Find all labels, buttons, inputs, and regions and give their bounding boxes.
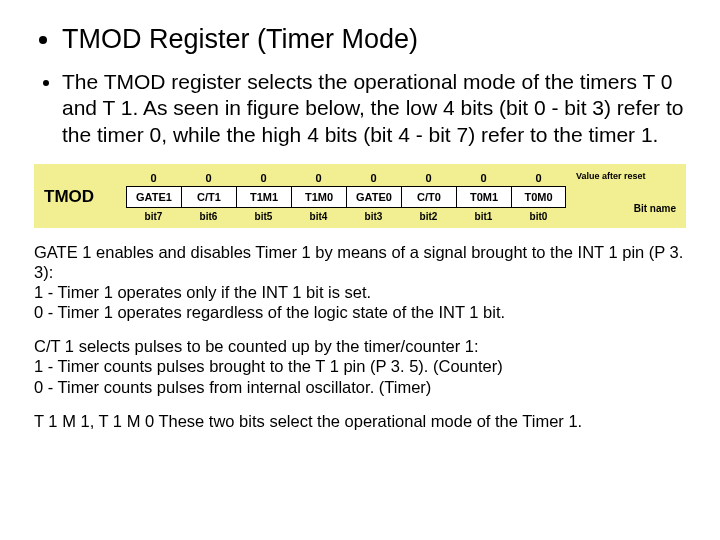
bit-ct0: C/T0	[401, 186, 456, 208]
reset-label: Value after reset	[576, 172, 646, 182]
t1m-note: T 1 M 1, T 1 M 0 These two bits select t…	[34, 411, 686, 431]
reset-val: 0	[291, 170, 346, 186]
bullet-list: TMOD Register (Timer Mode) The TMOD regi…	[34, 24, 686, 148]
bitname-label: Bit name	[634, 203, 676, 214]
bit-idx: bit0	[511, 208, 566, 222]
bit-idx: bit2	[401, 208, 456, 222]
reset-val: 0	[346, 170, 401, 186]
slide-title: TMOD Register (Timer Mode)	[62, 24, 686, 55]
reset-val: 0	[181, 170, 236, 186]
bit-t0m0: T0M0	[511, 186, 566, 208]
reset-val: 0	[456, 170, 511, 186]
intro-text: The TMOD register selects the operationa…	[62, 69, 686, 148]
gate1-note: GATE 1 enables and disables Timer 1 by m…	[34, 242, 686, 323]
bits-row: TMOD GATE1 C/T1 T1M1 T1M0 GATE0 C/T0 T0M…	[44, 186, 676, 208]
bit-gate0: GATE0	[346, 186, 401, 208]
bit-index-row: bit7 bit6 bit5 bit4 bit3 bit2 bit1 bit0	[44, 208, 676, 222]
register-name: TMOD	[44, 187, 126, 207]
bit-idx: bit4	[291, 208, 346, 222]
notes: GATE 1 enables and disables Timer 1 by m…	[34, 242, 686, 431]
slide: TMOD Register (Timer Mode) The TMOD regi…	[0, 0, 720, 431]
bit-idx: bit6	[181, 208, 236, 222]
bit-t0m1: T0M1	[456, 186, 511, 208]
reset-val: 0	[126, 170, 181, 186]
reset-val: 0	[236, 170, 291, 186]
bit-gate1: GATE1	[126, 186, 181, 208]
reset-val: 0	[511, 170, 566, 186]
ct1-note: C/T 1 selects pulses to be counted up by…	[34, 336, 686, 396]
bit-idx: bit7	[126, 208, 181, 222]
bit-idx: bit1	[456, 208, 511, 222]
register-diagram: 0 0 0 0 0 0 0 0 Value after reset TMOD G…	[34, 164, 686, 228]
bit-t1m1: T1M1	[236, 186, 291, 208]
bit-ct1: C/T1	[181, 186, 236, 208]
bit-t1m0: T1M0	[291, 186, 346, 208]
reset-val: 0	[401, 170, 456, 186]
bit-idx: bit3	[346, 208, 401, 222]
reset-row: 0 0 0 0 0 0 0 0 Value after reset	[44, 170, 676, 186]
bit-idx: bit5	[236, 208, 291, 222]
